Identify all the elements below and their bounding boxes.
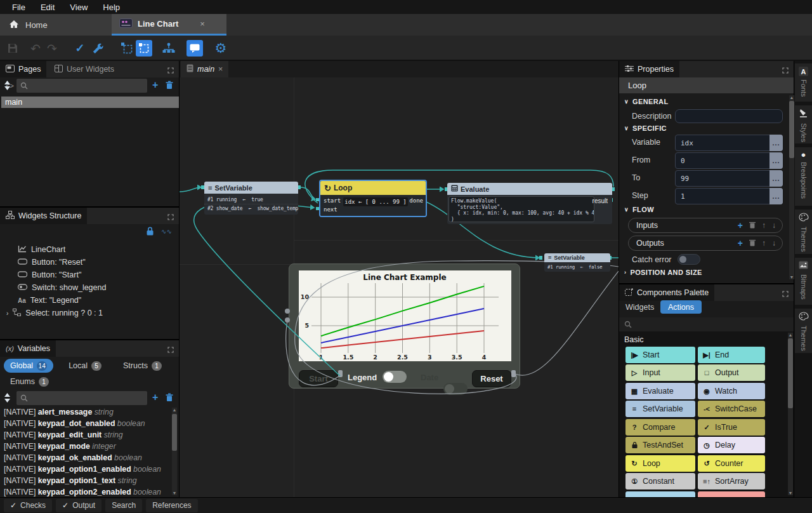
description-field[interactable] [675,109,783,123]
palette-item-delay[interactable]: ◷Delay [698,437,765,453]
palette-item-evaluate[interactable]: ▦Evaluate [625,383,695,399]
palette-item-compare[interactable]: ?Compare [625,419,695,436]
add-variable-button[interactable]: + [152,392,158,403]
section-specific[interactable]: ∨SPECIFIC [624,124,667,132]
expand-icon[interactable] [167,345,174,355]
step-picker-button[interactable]: ... [769,188,783,204]
save-icon[interactable] [5,41,20,56]
tab-variables[interactable]: (x) Variables [0,340,56,357]
variable-row[interactable]: [NATIVE] keypad_mode integer [0,441,171,452]
expander-icon[interactable]: › [6,310,8,317]
port-label-next[interactable]: next [324,206,337,213]
palette-item-output[interactable]: □Output [698,364,765,381]
node-header[interactable]: Evaluate [447,183,612,195]
select-region-icon[interactable] [136,40,152,57]
move-up-icon[interactable]: ↑ [762,239,766,248]
lock-icon[interactable] [146,227,154,237]
tab-components-palette[interactable]: Components Palette [619,284,714,301]
port-label-result[interactable]: result [593,197,608,204]
statusbar-references[interactable]: References [146,499,197,512]
menu-help[interactable]: Help [96,3,127,12]
node-setvariable-1[interactable]: = SetVariable #1 running ← true #2 show_… [204,182,298,215]
tab-user-widgets[interactable]: User Widgets [49,61,120,77]
rail-tab-themes-2[interactable]: Themes [795,309,812,353]
gear-icon[interactable]: ⚙ [213,41,228,56]
filter-enums[interactable]: Enums1 [4,375,55,389]
menu-edit[interactable]: Edit [34,3,62,12]
close-icon[interactable]: × [218,65,223,74]
to-field[interactable]: 99 [675,170,783,187]
tree-item-button-start[interactable]: Button: "Start" [6,269,178,281]
scroll-down-icon[interactable]: ▼ [172,491,177,495]
scroll-down-icon[interactable]: ▼ [789,275,794,279]
move-up-icon[interactable]: ↑ [762,221,766,230]
flow-canvas[interactable]: 11.522.533.54510Line Chart Example Start… [180,77,619,497]
rail-tab-fonts[interactable]: A Fonts [795,63,812,102]
variable-row[interactable]: [NATIVE] keypad_option1_enabled boolean [0,463,171,475]
tree-item-text[interactable]: Aa Text: "Legend" [6,294,178,307]
tab-widgets-structure[interactable]: Widgets Structure [0,208,87,224]
tree-item-switch[interactable]: Switch: show_legend [6,281,178,294]
palette-item-constant[interactable]: ①Constant [625,473,695,490]
palette-item-istrue[interactable]: ✓IsTrue [698,419,765,436]
section-position-size[interactable]: ›POSITION AND SIZE [624,269,702,276]
add-input-icon[interactable]: + [738,220,743,230]
section-flow[interactable]: ∨FLOW [624,206,654,213]
to-picker-button[interactable]: ... [769,170,783,187]
filter-local[interactable]: Local5 [62,359,108,373]
palette-tab-widgets[interactable]: Widgets [625,303,654,312]
scroll-up-icon[interactable]: ▲ [172,408,177,412]
variable-row[interactable]: [NATIVE] keypad_option2_enabled boolean [0,486,171,496]
filter-global[interactable]: Global14 [4,359,53,373]
expand-icon[interactable] [782,66,789,76]
palette-item-start[interactable]: |▶Start [625,347,695,363]
variable-field[interactable]: idx [675,135,783,151]
preview-start-button[interactable]: Start [299,370,338,387]
select-widgets-icon[interactable] [119,41,134,56]
delete-page-button[interactable] [166,81,173,91]
sort-icon[interactable] [4,81,11,92]
undo-icon[interactable]: ↶ [28,41,43,56]
filter-structs[interactable]: Structs1 [117,359,168,373]
palette-item-partial[interactable] [625,491,695,497]
palette-item-counter[interactable]: ↺Counter [698,455,765,472]
flow-outputs-row[interactable]: Outputs + ↑ ↓ [628,236,783,251]
tab-properties[interactable]: Properties [619,61,679,77]
rail-tab-themes[interactable]: Themes [795,210,812,254]
variables-search-input[interactable] [16,391,147,405]
tree-item-select[interactable]: › Select: running ? 0 : 1 [6,307,178,319]
page-preview-widget[interactable]: 11.522.533.54510Line Chart Example Start… [289,263,520,389]
preview-legend-toggle[interactable] [383,371,407,383]
palette-item-loop[interactable]: ↻Loop [625,455,695,472]
statusbar-search[interactable]: Search [105,499,142,512]
variable-row[interactable]: [NATIVE] keypad_edit_unit string [0,429,171,441]
flow-inputs-row[interactable]: Inputs + ↑ ↓ [628,218,783,233]
node-setvariable-2[interactable]: = SetVariable #1 running ← false [544,253,610,272]
scrollbar-thumb[interactable] [788,338,793,408]
variable-row[interactable]: [NATIVE] keypad_dot_enabled boolean [0,418,171,429]
variable-row[interactable]: [NATIVE] alert_message string [0,406,171,418]
align-tree-icon[interactable] [161,41,176,56]
variable-row[interactable]: [NATIVE] keypad_ok_enabled boolean [0,452,171,463]
delete-output-icon[interactable] [749,239,756,248]
comment-icon[interactable] [187,40,203,57]
scroll-up-icon[interactable]: ▲ [788,333,793,337]
rail-tab-breakpoints[interactable]: ● Breakpoints [795,147,812,206]
rail-tab-styles[interactable]: Styles [795,105,812,143]
palette-item-testandset[interactable]: TestAndSet [625,437,695,453]
sort-icon[interactable] [4,393,11,404]
node-loop[interactable]: ↻ Loop start next idx ← [ 0 ... 99 ] don… [319,180,427,217]
tab-main-flow[interactable]: main × [181,61,228,77]
node-header[interactable]: ↻ Loop [320,181,426,195]
check-icon[interactable]: ✓ [72,41,88,56]
delete-input-icon[interactable] [749,221,756,230]
curve-mode-icon[interactable]: ∿∿ [161,228,172,235]
scrollbar-thumb[interactable] [789,101,794,158]
catch-error-toggle[interactable] [678,254,700,265]
palette-search[interactable] [619,317,794,331]
wrench-icon[interactable] [90,41,105,56]
node-header[interactable]: = SetVariable [544,253,610,262]
add-page-button[interactable]: + [152,79,158,91]
from-field[interactable]: 0 [675,152,783,169]
port-label-done[interactable]: done [409,197,423,204]
